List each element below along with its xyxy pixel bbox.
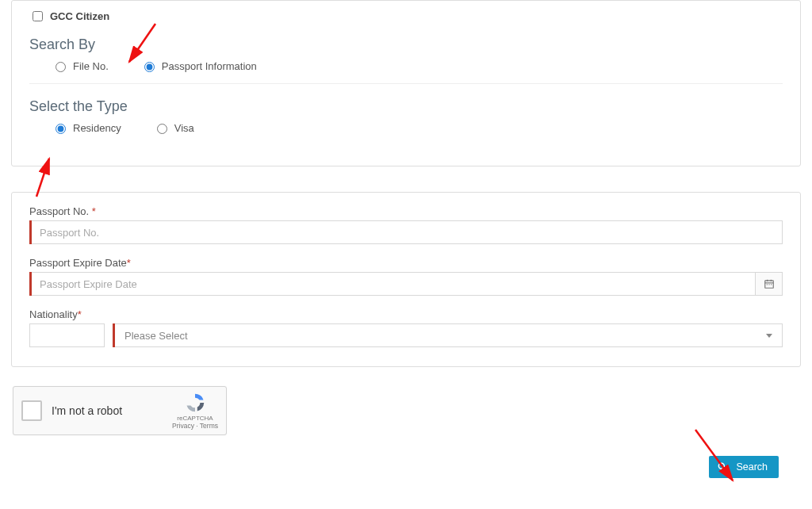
passport-no-label: Passport No. *	[29, 205, 783, 217]
nationality-label: Nationality*	[29, 308, 783, 320]
svg-rect-4	[766, 284, 767, 285]
gcc-citizen-label[interactable]: GCC Citizen	[50, 10, 109, 22]
search-by-radio-group: File No. Passport Information	[52, 59, 783, 72]
nationality-select-placeholder: Please Select	[124, 330, 188, 342]
svg-rect-5	[768, 284, 769, 285]
passport-expire-date-input[interactable]	[32, 272, 756, 296]
search-button-row: Search	[0, 435, 812, 478]
recaptcha-brand: reCAPTCHA	[172, 415, 218, 423]
recaptcha-logo-icon	[183, 392, 207, 414]
gcc-citizen-row: GCC Citizen	[29, 9, 783, 24]
residency-radio[interactable]	[56, 124, 66, 134]
passport-no-field-group: Passport No. *	[29, 205, 783, 244]
search-icon	[717, 461, 728, 473]
svg-line-8	[724, 469, 727, 472]
passport-expire-field-group: Passport Expire Date*	[29, 257, 783, 296]
date-picker-button[interactable]	[756, 272, 783, 296]
calendar-icon	[764, 278, 775, 289]
file-no-label[interactable]: File No.	[73, 60, 109, 72]
nationality-flag-box	[29, 323, 105, 347]
required-mark: *	[127, 257, 131, 269]
select-type-title: Select the Type	[29, 98, 783, 115]
search-options-panel: GCC Citizen Search By File No. Passport …	[11, 0, 801, 166]
passport-expire-label: Passport Expire Date*	[29, 257, 783, 269]
recaptcha-label: I'm not a robot	[52, 404, 172, 417]
search-by-title: Search By	[29, 36, 783, 53]
gcc-citizen-checkbox[interactable]	[33, 11, 43, 21]
svg-point-7	[719, 463, 725, 469]
recaptcha-checkbox[interactable]	[21, 400, 42, 421]
required-mark: *	[92, 205, 96, 217]
recaptcha-widget: I'm not a robot reCAPTCHA Privacy · Term…	[13, 386, 227, 435]
residency-label[interactable]: Residency	[73, 122, 121, 134]
passport-no-input[interactable]	[32, 220, 783, 244]
divider	[29, 83, 783, 84]
svg-rect-6	[771, 284, 772, 285]
select-type-radio-group: Residency Visa	[52, 121, 783, 134]
chevron-down-icon	[766, 334, 772, 338]
recaptcha-links[interactable]: Privacy · Terms	[172, 422, 218, 430]
passport-info-radio[interactable]	[144, 62, 155, 72]
nationality-select[interactable]: Please Select	[115, 323, 783, 347]
search-button[interactable]: Search	[709, 456, 779, 478]
passport-form-panel: Passport No. * Passport Expire Date*	[11, 192, 801, 367]
visa-radio[interactable]	[157, 124, 167, 134]
recaptcha-brand-block: reCAPTCHA Privacy · Terms	[172, 392, 218, 431]
passport-info-label[interactable]: Passport Information	[162, 60, 257, 72]
nationality-field-group: Nationality* Please Select	[29, 308, 783, 347]
required-mark: *	[78, 308, 82, 320]
visa-label[interactable]: Visa	[174, 122, 194, 134]
search-button-label: Search	[736, 461, 768, 473]
file-no-radio[interactable]	[56, 62, 66, 72]
